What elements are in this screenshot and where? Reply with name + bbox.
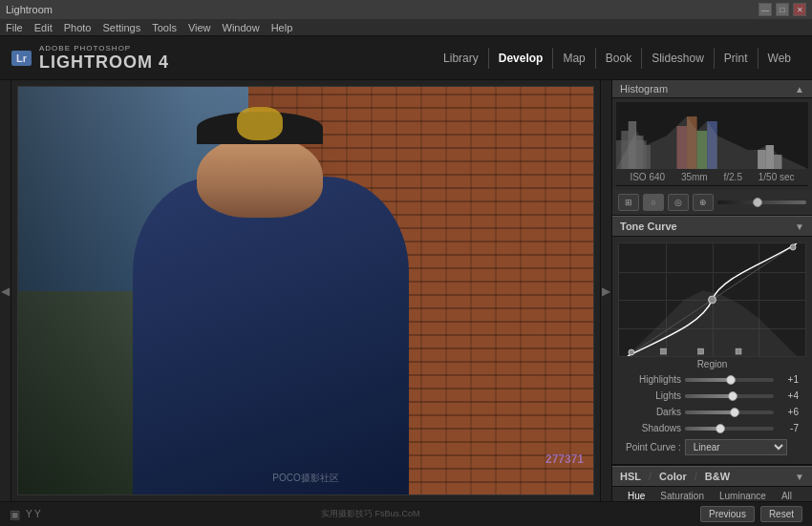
left-arrow-icon: ◀ xyxy=(1,284,10,298)
histogram-canvas xyxy=(616,102,808,169)
menu-tools[interactable]: Tools xyxy=(152,22,177,33)
point-curve-row: Point Curve : Linear Medium Contrast Str… xyxy=(618,436,806,458)
svg-point-16 xyxy=(709,296,716,304)
tab-library[interactable]: Library xyxy=(434,48,488,69)
lights-value: +4 xyxy=(778,390,799,401)
hsl-label: HSL xyxy=(620,471,641,482)
hsl-subtab-all[interactable]: All xyxy=(774,489,800,501)
logo-area: Lr ADOBE PHOTOSHOP LIGHTROOM 4 xyxy=(11,44,169,73)
nav-tabs: Library Develop Map Book Slideshow Print… xyxy=(434,48,801,69)
darks-thumb[interactable] xyxy=(730,408,739,417)
photo-panel: 277371 POCO摄影社区 xyxy=(11,80,600,501)
view-icon: ▣ xyxy=(10,508,20,521)
menu-photo[interactable]: Photo xyxy=(64,22,92,33)
shadows-slider-row: Shadows -7 xyxy=(618,420,806,436)
logo-text: ADOBE PHOTOSHOP LIGHTROOM 4 xyxy=(39,44,169,73)
menu-help[interactable]: Help xyxy=(271,22,293,33)
menu-file[interactable]: File xyxy=(6,22,23,33)
bottom-bar: ▣ Y Y 实用摄影技巧 FsBus.CoM Previous Reset xyxy=(0,501,812,526)
tool-redeye[interactable]: ⊕ xyxy=(693,194,714,211)
svg-rect-18 xyxy=(698,348,704,354)
right-panel: Histogram ▲ xyxy=(611,80,812,501)
bottom-watermark: 实用摄影技巧 FsBus.CoM xyxy=(321,508,420,520)
exposure-slider[interactable] xyxy=(717,200,806,204)
menu-window[interactable]: Window xyxy=(223,22,260,33)
histogram-collapse-icon: ▲ xyxy=(795,84,804,95)
menu-edit[interactable]: Edit xyxy=(34,22,53,33)
svg-rect-19 xyxy=(736,348,741,354)
shadows-thumb[interactable] xyxy=(716,424,725,433)
color-label: Color xyxy=(659,471,687,482)
hsl-section: HSL / Color / B&W ▼ Hue Saturation Lumin… xyxy=(612,464,812,501)
left-panel-toggle[interactable]: ◀ xyxy=(0,80,11,501)
tool-grid[interactable]: ⊞ xyxy=(618,194,639,211)
tool-slider-container xyxy=(717,200,806,204)
hsl-subtabs: Hue Saturation Luminance All xyxy=(612,487,812,501)
previous-button[interactable]: Previous xyxy=(700,506,755,522)
svg-rect-17 xyxy=(660,348,666,354)
tab-develop[interactable]: Develop xyxy=(488,48,553,69)
tab-web[interactable]: Web xyxy=(758,48,801,69)
hsl-subtab-hue[interactable]: Hue xyxy=(620,489,652,501)
exposure-slider-thumb[interactable] xyxy=(753,198,762,207)
watermark-2: POCO摄影社区 xyxy=(272,472,338,485)
point-curve-label: Point Curve : xyxy=(626,442,681,452)
aperture-info: f/2.5 xyxy=(723,172,741,182)
maximize-button[interactable]: □ xyxy=(776,3,789,16)
shadows-value: -7 xyxy=(778,423,799,433)
close-button[interactable]: ✕ xyxy=(793,3,806,16)
lights-slider-row: Lights +4 xyxy=(618,388,806,404)
tab-map[interactable]: Map xyxy=(552,48,594,69)
main-area: ◀ xyxy=(0,80,812,501)
darks-value: +6 xyxy=(778,407,799,417)
svg-point-14 xyxy=(629,349,634,355)
menu-bar: File Edit Photo Settings Tools View Wind… xyxy=(0,19,812,36)
photo-info: ISO 640 35mm f/2.5 1/50 sec xyxy=(616,169,808,186)
histogram-area: ISO 640 35mm f/2.5 1/50 sec xyxy=(612,98,812,190)
tab-print[interactable]: Print xyxy=(714,48,758,69)
app-header: Lr ADOBE PHOTOSHOP LIGHTROOM 4 Library D… xyxy=(0,36,812,80)
region-label: Region xyxy=(618,357,806,371)
lr-badge: Lr xyxy=(11,51,32,66)
lights-label: Lights xyxy=(626,390,681,401)
app-title: Lightroom xyxy=(6,4,53,15)
highlights-track[interactable] xyxy=(685,378,774,382)
minimize-button[interactable]: — xyxy=(759,3,772,16)
window-controls: — □ ✕ xyxy=(759,3,806,16)
view-mode-label: Y Y xyxy=(26,509,41,519)
menu-settings[interactable]: Settings xyxy=(102,22,140,33)
tone-curve-collapse-icon: ▼ xyxy=(795,221,804,232)
tone-curve-header[interactable]: Tone Curve ▼ xyxy=(612,216,812,237)
highlights-thumb[interactable] xyxy=(726,375,736,385)
lights-thumb[interactable] xyxy=(728,391,737,401)
hsl-subtab-saturation[interactable]: Saturation xyxy=(652,489,712,501)
tab-book[interactable]: Book xyxy=(595,48,641,69)
tab-slideshow[interactable]: Slideshow xyxy=(641,48,714,69)
svg-point-15 xyxy=(790,244,796,250)
bottom-buttons: Previous Reset xyxy=(700,506,802,522)
tool-crop[interactable]: ○ xyxy=(643,194,664,211)
reset-button[interactable]: Reset xyxy=(760,506,802,522)
histogram-panel-header[interactable]: Histogram ▲ xyxy=(612,80,812,98)
iso-info: ISO 640 xyxy=(630,172,665,182)
focal-info: 35mm xyxy=(681,172,708,182)
bottom-left: ▣ Y Y xyxy=(10,508,41,521)
menu-view[interactable]: View xyxy=(188,22,211,33)
title-bar: Lightroom — □ ✕ xyxy=(0,0,812,19)
hsl-subtab-luminance[interactable]: Luminance xyxy=(712,489,774,501)
point-curve-select[interactable]: Linear Medium Contrast Strong Contrast xyxy=(685,439,787,455)
shadows-label: Shadows xyxy=(626,423,681,433)
shadows-track[interactable] xyxy=(685,427,774,431)
darks-slider-row: Darks +6 xyxy=(618,404,806,420)
app-name-label: LIGHTROOM 4 xyxy=(39,53,169,73)
hsl-collapse-icon: ▼ xyxy=(795,472,804,482)
lights-track[interactable] xyxy=(685,394,774,398)
tool-heal[interactable]: ◎ xyxy=(668,194,689,211)
hsl-header[interactable]: HSL / Color / B&W ▼ xyxy=(612,466,812,487)
watermark-1: 277371 xyxy=(545,452,584,466)
tone-curve-canvas[interactable] xyxy=(618,242,806,357)
adobe-label: ADOBE PHOTOSHOP xyxy=(39,44,169,53)
highlights-value: +1 xyxy=(778,374,799,385)
right-panel-toggle[interactable]: ▶ xyxy=(600,80,611,501)
darks-track[interactable] xyxy=(685,410,774,414)
